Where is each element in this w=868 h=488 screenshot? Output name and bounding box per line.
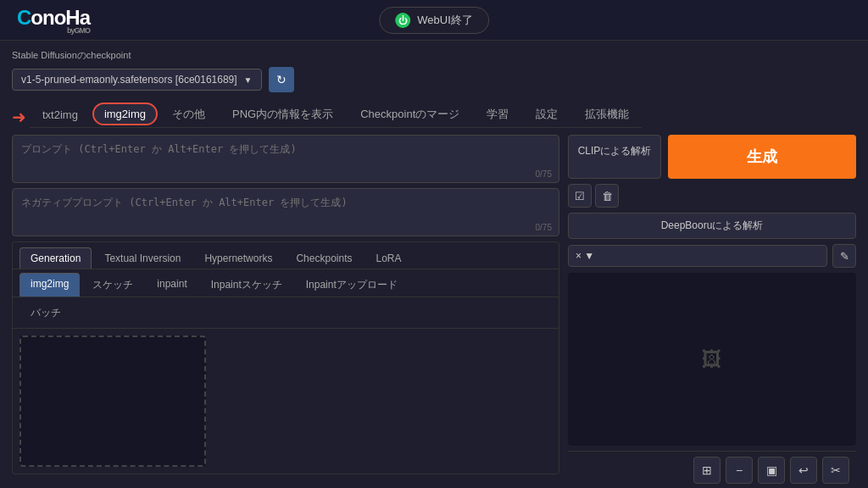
style-select-value: × ▼ — [576, 250, 594, 262]
left-panel: 0/75 0/75 Generation Textual Inversion H… — [12, 135, 559, 488]
nav-tabs: txt2img img2img その他 PNG内の情報を表示 Checkpoin… — [30, 101, 642, 128]
tab-generation[interactable]: Generation — [19, 247, 92, 269]
tab-hypernetworks[interactable]: Hypernetworks — [193, 247, 283, 269]
bottom-toolbar: ⊞ − ▣ ↩ ✂ — [568, 451, 856, 488]
upload-section — [13, 329, 559, 474]
deepbooru-button[interactable]: DeepBooruによる解析 — [568, 213, 856, 239]
checkpoint-select[interactable]: v1-5-pruned-emaonly.safetensors [6ce0161… — [12, 69, 262, 91]
frame-tool-button[interactable]: ▣ — [758, 457, 785, 484]
image-placeholder-icon: 🖼 — [702, 347, 722, 371]
arrow-indicator: ➜ — [12, 107, 26, 127]
subtab-inpaint[interactable]: inpaint — [146, 273, 198, 297]
tab-textual-inversion[interactable]: Textual Inversion — [93, 247, 192, 269]
grid-tool-button[interactable]: ⊞ — [693, 457, 721, 484]
subtab-sketch[interactable]: スケッチ — [81, 273, 144, 297]
logo: ConoHa byGMO — [17, 6, 90, 35]
clip-button[interactable]: CLIPによる解析 — [568, 135, 661, 179]
power-icon: ⏻ — [395, 13, 410, 28]
image-preview-area: 🖼 — [568, 273, 856, 446]
logo-text: ConoHa byGMO — [17, 6, 90, 35]
tab-txt2img[interactable]: txt2img — [30, 103, 91, 126]
minus-tool-button[interactable]: − — [726, 457, 753, 484]
trash-icon: 🗑 — [602, 190, 613, 202]
checkbox-icon: ☑ — [575, 190, 585, 202]
tab-checkpoint-merge[interactable]: Checkpointのマージ — [348, 101, 472, 127]
crop-tool-button[interactable]: ✂ — [822, 457, 849, 484]
refresh-button[interactable]: ↻ — [269, 67, 294, 92]
subtab-inpaint-sketch[interactable]: Inpaintスケッチ — [200, 273, 293, 297]
tab-extensions[interactable]: 拡張機能 — [572, 101, 642, 127]
minus-tool-icon: − — [736, 463, 743, 477]
crop-tool-icon: ✂ — [831, 463, 841, 477]
webui-button[interactable]: ⏻ WebUI終了 — [379, 7, 489, 34]
style-select-row: × ▼ ✎ — [568, 244, 856, 268]
frame-tool-icon: ▣ — [766, 463, 777, 477]
checkpoint-value: v1-5-pruned-emaonly.safetensors [6ce0161… — [21, 74, 237, 86]
grid-tool-icon: ⊞ — [702, 463, 712, 477]
tab-settings[interactable]: 設定 — [523, 101, 570, 127]
generation-tabs-row: Generation Textual Inversion Hypernetwor… — [13, 242, 559, 269]
action-icons-row: ☑ 🗑 — [568, 184, 856, 208]
trash-icon-btn[interactable]: 🗑 — [595, 184, 619, 208]
tab-checkpoints[interactable]: Checkpoints — [285, 247, 363, 269]
negative-prompt-input[interactable] — [13, 189, 559, 233]
positive-prompt-input[interactable] — [13, 136, 559, 180]
positive-prompt-area: 0/75 — [12, 135, 559, 183]
positive-prompt-count: 0/75 — [536, 169, 552, 179]
generate-button[interactable]: 生成 — [668, 135, 856, 179]
edit-icon: ✎ — [840, 250, 849, 263]
style-edit-button[interactable]: ✎ — [832, 244, 856, 268]
nav-tabs-container: ➜ txt2img img2img その他 PNG内の情報を表示 Checkpo… — [12, 101, 856, 135]
negative-prompt-area: 0/75 — [12, 188, 559, 236]
subtab-batch[interactable]: バッチ — [19, 301, 552, 324]
style-select[interactable]: × ▼ — [568, 245, 827, 267]
main-content: Stable Diffusionのcheckpoint v1-5-pruned-… — [0, 41, 868, 488]
batch-tab-row: バッチ — [13, 297, 559, 329]
undo-tool-icon: ↩ — [798, 463, 809, 477]
tab-lora[interactable]: LoRA — [365, 247, 413, 269]
clip-label: CLIPによる解析 — [578, 145, 652, 157]
header: ConoHa byGMO ⏻ WebUI終了 — [0, 0, 868, 41]
tab-img2img[interactable]: img2img — [92, 103, 158, 125]
refresh-icon: ↻ — [276, 73, 287, 86]
webui-label: WebUI終了 — [417, 13, 473, 28]
body-layout: 0/75 0/75 Generation Textual Inversion H… — [12, 135, 856, 488]
chevron-down-icon: ▼ — [244, 75, 253, 85]
deepbooru-label: DeepBooruによる解析 — [661, 219, 764, 231]
tab-png-info[interactable]: PNG内の情報を表示 — [220, 101, 346, 127]
undo-tool-button[interactable]: ↩ — [790, 457, 817, 484]
checkbox-icon-btn[interactable]: ☑ — [568, 184, 592, 208]
checkpoint-label: Stable Diffusionのcheckpoint — [12, 49, 856, 62]
upload-dropzone[interactable] — [19, 336, 206, 467]
tab-others[interactable]: その他 — [159, 101, 218, 127]
tab-training[interactable]: 学習 — [474, 101, 521, 127]
right-panel: CLIPによる解析 生成 ☑ 🗑 DeepBooruによる解析 — [568, 135, 856, 488]
header-center: ⏻ WebUI終了 — [379, 7, 489, 34]
negative-prompt-count: 0/75 — [536, 223, 552, 232]
generate-label: 生成 — [747, 148, 777, 165]
subtab-inpaint-upload[interactable]: Inpaintアップロード — [295, 273, 409, 297]
checkpoint-row: v1-5-pruned-emaonly.safetensors [6ce0161… — [12, 67, 856, 92]
img2img-tabs-row: img2img スケッチ inpaint Inpaintスケッチ Inpaint… — [13, 269, 559, 297]
clip-generate-row: CLIPによる解析 生成 — [568, 135, 856, 179]
subtab-img2img[interactable]: img2img — [19, 273, 80, 297]
generation-tabs-section: Generation Textual Inversion Hypernetwor… — [12, 241, 559, 474]
